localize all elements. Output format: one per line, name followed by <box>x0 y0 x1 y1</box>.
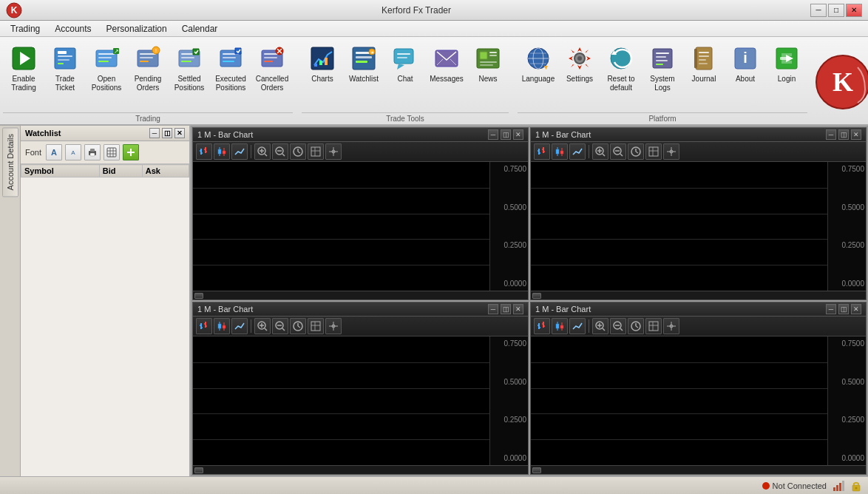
menu-personalization[interactable]: Personalization <box>99 22 174 35</box>
watchlist-float-btn[interactable]: ◫ <box>162 128 172 138</box>
chart2-bar-type[interactable] <box>534 143 550 160</box>
charts-button[interactable]: Charts <box>302 40 343 106</box>
chart-scrollbar-2[interactable] <box>531 291 866 300</box>
watchlist-minimize-btn[interactable]: ─ <box>149 128 160 138</box>
cancelled-orders-button[interactable]: Cancelled Orders <box>251 40 293 106</box>
watchlist-print-btn[interactable] <box>84 144 101 160</box>
chart1-zoom-out[interactable] <box>272 143 288 160</box>
chart-y-label-1-1: 0.7500 <box>492 165 526 173</box>
svg-rect-136 <box>560 151 563 154</box>
messages-button[interactable]: Messages <box>426 40 467 106</box>
chart4-zoom-out[interactable] <box>610 318 626 334</box>
journal-button[interactable]: Journal <box>683 40 725 106</box>
news-button[interactable]: News <box>467 40 509 106</box>
chart2-float-btn[interactable]: ◫ <box>838 129 849 140</box>
chart1-close-btn[interactable]: ✕ <box>513 129 523 140</box>
chart3-grid[interactable] <box>308 318 324 334</box>
open-positions-button[interactable]: ↗ Open Positions <box>86 40 127 106</box>
about-button[interactable]: i About <box>725 40 766 106</box>
watchlist-table-container[interactable]: Symbol Bid Ask <box>21 164 189 476</box>
reset-to-default-button[interactable]: Reset to default <box>600 40 642 106</box>
trade-ticket-button[interactable]: Trade Ticket <box>44 40 86 106</box>
chart-scroll-thumb-3[interactable] <box>194 467 203 473</box>
brand-logo: K <box>807 40 868 124</box>
chart2-crosshair[interactable] <box>663 143 679 160</box>
svg-rect-192 <box>560 325 563 328</box>
chart4-candle-type[interactable] <box>552 318 568 334</box>
chart3-minimize-btn[interactable]: ─ <box>488 304 498 314</box>
watchlist-font-increase[interactable]: A <box>46 144 62 160</box>
close-button[interactable]: ✕ <box>846 4 862 17</box>
chart1-grid[interactable] <box>308 143 324 160</box>
chart-scroll-thumb-1[interactable] <box>194 293 203 299</box>
chart2-clock[interactable] <box>628 143 644 160</box>
watchlist-add-btn[interactable] <box>123 144 139 160</box>
settings-button[interactable]: Settings <box>559 40 600 106</box>
chart2-minimize-btn[interactable]: ─ <box>826 129 836 140</box>
language-button[interactable]: ▾ Language <box>518 40 559 106</box>
login-button[interactable]: Login <box>766 40 807 106</box>
svg-rect-17 <box>140 57 153 58</box>
chart3-close-btn[interactable]: ✕ <box>513 304 523 314</box>
maximize-button[interactable]: □ <box>828 4 844 17</box>
chart3-crosshair[interactable] <box>325 318 342 334</box>
chart4-bar-type[interactable] <box>534 318 550 334</box>
settled-positions-button[interactable]: Settled Positions <box>169 40 210 106</box>
chart3-bar-type[interactable] <box>196 318 212 334</box>
chart2-grid[interactable] <box>645 143 662 160</box>
chart3-candle-type[interactable] <box>214 318 230 334</box>
svg-line-114 <box>265 154 267 156</box>
chart4-close-btn[interactable]: ✕ <box>851 304 861 314</box>
chart2-candle-type[interactable] <box>552 143 568 160</box>
chart3-line-type[interactable] <box>231 318 248 334</box>
chart-scroll-thumb-2[interactable] <box>532 293 541 299</box>
chart2-zoom-in[interactable] <box>592 143 608 160</box>
chart4-grid[interactable] <box>645 318 662 334</box>
chart1-crosshair[interactable] <box>325 143 342 160</box>
chart-header-1: 1 M - Bar Chart ─ ◫ ✕ <box>193 128 528 142</box>
svg-rect-58 <box>480 64 493 66</box>
chart-scrollbar-4[interactable] <box>531 465 866 474</box>
chart4-minimize-btn[interactable]: ─ <box>826 304 836 314</box>
enable-trading-button[interactable]: Enable Trading <box>3 40 44 106</box>
chart3-zoom-out[interactable] <box>272 318 288 334</box>
menu-accounts[interactable]: Accounts <box>47 22 98 35</box>
svg-rect-73 <box>656 64 663 65</box>
chart3-clock[interactable] <box>290 318 306 334</box>
svg-text:▾: ▾ <box>543 64 548 71</box>
chart1-candle-type[interactable] <box>214 143 230 160</box>
executed-positions-button[interactable]: Executed Positions <box>210 40 251 106</box>
svg-rect-189 <box>556 324 559 328</box>
watchlist-button[interactable]: ★ Watchlist <box>343 40 384 106</box>
chart4-zoom-in[interactable] <box>592 318 608 334</box>
chart1-zoom-in[interactable] <box>254 143 271 160</box>
chart1-minimize-btn[interactable]: ─ <box>488 129 498 140</box>
chart4-float-btn[interactable]: ◫ <box>838 304 849 314</box>
account-details-tab[interactable]: Account Details <box>2 127 18 197</box>
pending-orders-button[interactable]: ! Pending Orders <box>127 40 169 106</box>
minimize-button[interactable]: ─ <box>810 4 827 17</box>
chart2-close-btn[interactable]: ✕ <box>851 129 861 140</box>
chart-scroll-thumb-4[interactable] <box>532 467 541 473</box>
watchlist-close-btn[interactable]: ✕ <box>174 128 185 138</box>
chart3-zoom-in[interactable] <box>254 318 271 334</box>
chat-button[interactable]: Chat <box>384 40 426 106</box>
system-logs-button[interactable]: System Logs <box>642 40 683 106</box>
chart4-clock[interactable] <box>628 318 644 334</box>
chart1-line-type[interactable] <box>231 143 248 160</box>
chart4-crosshair[interactable] <box>663 318 679 334</box>
chart1-bar-type[interactable] <box>196 143 212 160</box>
chart1-clock[interactable] <box>290 143 306 160</box>
watchlist-font-decrease[interactable]: A <box>65 144 81 160</box>
menu-calendar[interactable]: Calendar <box>174 22 226 35</box>
svg-rect-7 <box>58 59 69 61</box>
chart3-float-btn[interactable]: ◫ <box>501 304 511 314</box>
chart2-line-type[interactable] <box>569 143 586 160</box>
watchlist-table-btn[interactable] <box>104 144 120 160</box>
chart1-float-btn[interactable]: ◫ <box>501 129 511 140</box>
menu-trading[interactable]: Trading <box>3 22 47 35</box>
chart-scrollbar-1[interactable] <box>193 291 528 300</box>
chart-scrollbar-3[interactable] <box>193 465 528 474</box>
chart4-line-type[interactable] <box>569 318 586 334</box>
chart2-zoom-out[interactable] <box>610 143 626 160</box>
